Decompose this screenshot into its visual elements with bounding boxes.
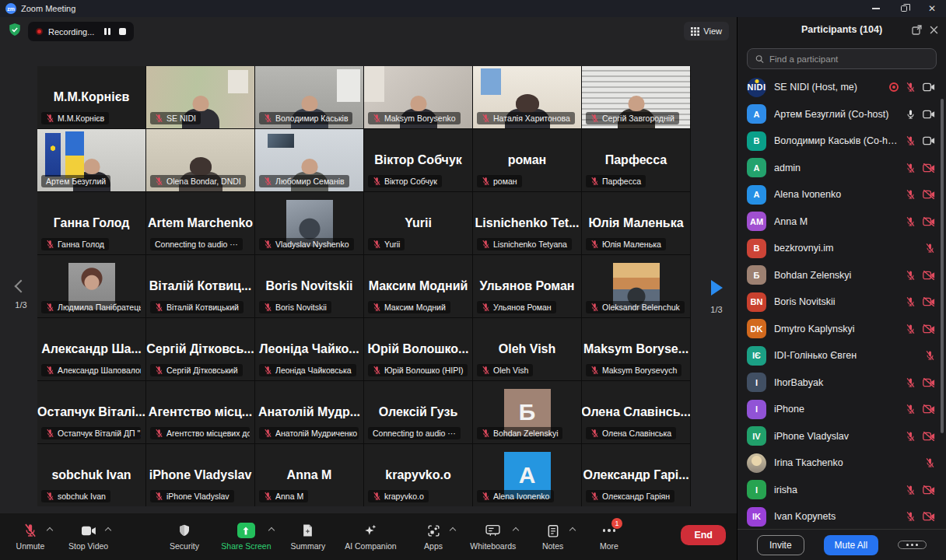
video-tile[interactable]: Vladyslav Nyshenko	[255, 192, 363, 254]
tile-name-label: Boris Novitskii	[259, 301, 331, 313]
video-tile[interactable]: Володимир Каськів	[255, 66, 363, 128]
restore-button[interactable]	[890, 0, 918, 17]
mic-status-icon	[906, 216, 916, 227]
unmute-button[interactable]: Unmute	[11, 523, 50, 551]
camera-icon	[81, 525, 96, 537]
view-button[interactable]: View	[684, 22, 729, 40]
participant-row[interactable]: I irisha	[738, 477, 946, 504]
video-tile[interactable]: Anna M Anna M	[255, 444, 363, 506]
video-tile[interactable]: Олена Славінсь... Олена Славінська	[582, 381, 690, 443]
participant-row[interactable]: NIDI SE NIDI (Host, me)	[738, 74, 946, 101]
participant-row[interactable]: B Володимир Каськів (Co-host)	[738, 128, 946, 155]
video-tile[interactable]: Ульянов Роман Ульянов Роман	[473, 255, 581, 317]
participant-row[interactable]: Irina Tkachenko	[738, 450, 946, 477]
video-tile[interactable]: sobchuk Ivan sobchuk Ivan	[37, 444, 145, 506]
video-tile[interactable]: Olena Bondar, DNDI	[146, 129, 254, 191]
participant-row[interactable]: I iPhone	[738, 396, 946, 423]
video-tile[interactable]: Олексій Гузь Connecting to audio ···	[364, 381, 472, 443]
stop-video-caret-icon[interactable]	[105, 527, 111, 534]
video-tile[interactable]: Александр Ша... Александр Шаповалов	[37, 318, 145, 380]
video-tile[interactable]: Леоніда Чайко... Леоніда Чайковська	[255, 318, 363, 380]
participant-row[interactable]: IV iPhone Vladyslav	[738, 423, 946, 450]
participant-row[interactable]: B bezkrovnyi.im	[738, 235, 946, 262]
more-button[interactable]: 1 More	[590, 523, 629, 551]
participant-row[interactable]: A Alena Ivonenko	[738, 181, 946, 208]
stop-video-button[interactable]: Stop Video	[68, 523, 108, 551]
security-shield-icon[interactable]	[8, 23, 22, 37]
apps-caret-icon[interactable]	[450, 527, 456, 534]
next-page-control[interactable]: 1/3	[704, 280, 729, 314]
video-tile[interactable]: Oleh Vish Oleh Vish	[473, 318, 581, 380]
video-tile[interactable]: Любомир Семанів	[255, 129, 363, 191]
participant-row[interactable]: Б Bohdan Zelenskyi	[738, 262, 946, 289]
video-tile[interactable]: Maksym Boryse... Maksym Borysevych	[582, 318, 690, 380]
participant-row[interactable]: BN Boris Novitskii	[738, 289, 946, 316]
video-tile[interactable]: Парфесса Парфесса	[582, 129, 690, 191]
notes-button[interactable]: Notes	[534, 523, 573, 551]
video-tile[interactable]: Yurii Yurii	[364, 192, 472, 254]
video-tile[interactable]: Сергій Завгородній	[582, 66, 690, 128]
mute-all-button[interactable]: Mute All	[824, 535, 879, 555]
tile-name-label: sobchuk Ivan	[41, 490, 110, 502]
video-tile[interactable]: Юрій Волошко... Юрій Волошко (HIPI)	[364, 318, 472, 380]
close-panel-icon[interactable]	[930, 26, 938, 34]
video-tile[interactable]: Oleksandr Belenchuk	[582, 255, 690, 317]
video-tile[interactable]: Агентство місц... Агентство місцевих до.…	[146, 381, 254, 443]
unmute-caret-icon[interactable]	[47, 527, 53, 534]
share-screen-button[interactable]: Share Screen	[221, 523, 271, 551]
invite-button[interactable]: Invite	[757, 535, 804, 555]
video-tile[interactable]: Artem Marchenko Connecting to audio ···	[146, 192, 254, 254]
whiteboards-caret-icon[interactable]	[513, 527, 519, 534]
apps-button[interactable]: Apps	[414, 523, 453, 551]
video-tile[interactable]: Остапчук Віталі... Остапчук Віталій ДП "…	[37, 381, 145, 443]
participant-row[interactable]: ІЄ IDI-Голінько Євген	[738, 342, 946, 369]
share-caret-icon[interactable]	[268, 527, 274, 534]
video-tile[interactable]: Олександр Гарі... Олександр Гаріян	[582, 444, 690, 506]
video-tile[interactable]: Maksym Borysenko	[364, 66, 472, 128]
video-tile[interactable]: Ганна Голод Ганна Голод	[37, 192, 145, 254]
video-tile[interactable]: Boris Novitskii Boris Novitskii	[255, 255, 363, 317]
video-tile[interactable]: М.М.Корнієв М.М.Корнієв	[37, 66, 145, 128]
participant-row[interactable]: A Артем Безуглий (Co-host)	[738, 101, 946, 128]
ai-companion-button[interactable]: AI Companion	[345, 523, 397, 551]
video-tile[interactable]: Віктор Собчук Віктор Собчук	[364, 129, 472, 191]
pause-recording-button[interactable]	[104, 28, 110, 35]
video-tile[interactable]: Артем Безуглий	[37, 129, 145, 191]
whiteboards-button[interactable]: Whiteboards	[470, 523, 516, 551]
summary-button[interactable]: Summary	[289, 523, 328, 551]
popout-icon[interactable]	[912, 25, 922, 35]
panel-scrollbar[interactable]	[941, 99, 944, 433]
video-tile[interactable]: krapyvko.o krapyvko.o	[364, 444, 472, 506]
video-tile[interactable]: Людмила Панібратець	[37, 255, 145, 317]
stop-recording-button[interactable]	[119, 28, 126, 35]
participant-row[interactable]: I IhorBabyak	[738, 369, 946, 397]
video-tile[interactable]: Сергій Дітковсь... Сергій Дітковський	[146, 318, 254, 380]
video-tile[interactable]: Максим Модний Максим Модний	[364, 255, 472, 317]
video-tile[interactable]: роман роман	[473, 129, 581, 191]
participant-row[interactable]: AM Anna M	[738, 208, 946, 236]
video-tile[interactable]: Віталій Котвиц... Віталій Котвицький	[146, 255, 254, 317]
video-tile[interactable]: iPhone Vladyslav iPhone Vladyslav	[146, 444, 254, 506]
participant-row[interactable]: IK Ivan Kopynets	[738, 503, 946, 529]
panel-more-button[interactable]	[898, 541, 927, 549]
participant-name: IhorBabyak	[774, 377, 898, 388]
prev-page-control[interactable]: 1/3	[9, 280, 33, 310]
end-meeting-button[interactable]: End	[681, 525, 726, 545]
close-button[interactable]: ✕	[918, 0, 946, 17]
video-tile[interactable]: Анатолій Мудр... Анатолій Мудриченко	[255, 381, 363, 443]
minimize-button[interactable]	[862, 0, 890, 17]
participant-search-input[interactable]	[769, 54, 928, 64]
notes-label: Notes	[542, 541, 563, 551]
participant-row[interactable]: DK Dmytro Kaplynskyi	[738, 316, 946, 343]
video-tile[interactable]: Наталія Харитонова	[473, 66, 581, 128]
participant-search[interactable]	[747, 48, 937, 69]
participant-status-icons	[906, 296, 935, 307]
participant-row[interactable]: A admin	[738, 155, 946, 182]
video-tile[interactable]: Б Bohdan Zelenskyi	[473, 381, 581, 443]
notes-caret-icon[interactable]	[569, 527, 575, 534]
video-tile[interactable]: A Alena Ivonenko	[473, 444, 581, 506]
security-button[interactable]: Security	[165, 523, 204, 551]
video-tile[interactable]: Lisnichenko Tet... Lisnichenko Tetyana	[473, 192, 581, 254]
video-tile[interactable]: Юлія Маленька Юлія Маленька	[582, 192, 690, 254]
video-tile[interactable]: SE NIDI	[146, 66, 254, 128]
